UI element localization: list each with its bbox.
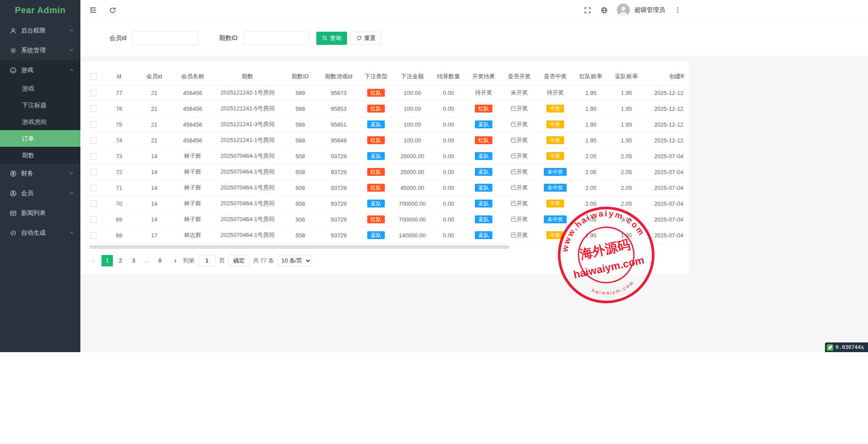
admin-app: Pear Admin 后台权限系统管理游戏游戏下注标题游戏房间订单期数财务会员新… — [0, 0, 868, 352]
avatar[interactable] — [617, 4, 630, 17]
goto-confirm-button[interactable]: 确定 — [228, 255, 250, 266]
row-checkbox[interactable] — [90, 121, 97, 128]
cell: 588 — [282, 132, 319, 148]
cell: 508 — [282, 148, 319, 164]
scrollbar-thumb[interactable] — [89, 245, 510, 249]
cell: 45000.00 — [394, 180, 431, 196]
cell: 14 — [137, 164, 172, 180]
cell: 蓝队 — [466, 116, 501, 132]
topbar: 超级管理员 — [80, 0, 868, 21]
language-globe-icon[interactable] — [600, 6, 608, 14]
reset-button[interactable]: 重置 — [351, 32, 381, 45]
cell: 2.05 — [608, 148, 644, 164]
row-checkbox[interactable] — [90, 216, 97, 223]
cell: 2.05 — [573, 148, 608, 164]
sidebar-subitem[interactable]: 期数 — [0, 147, 80, 164]
row-checkbox[interactable] — [90, 137, 97, 144]
sidebar-item-3[interactable]: 游戏 — [0, 60, 80, 80]
cell: 2025-07-04 21:09:17 — [644, 164, 684, 180]
sidebar-nav: 后台权限系统管理游戏游戏下注标题游戏房间订单期数财务会员新闻列表自动生成 — [0, 21, 80, 243]
sidebar-item-5[interactable]: 会员 — [0, 183, 80, 203]
page-button-2[interactable]: 2 — [115, 255, 126, 266]
row-checkbox[interactable] — [90, 153, 97, 160]
cell: 0.00 — [431, 148, 466, 164]
cell: 1.95 — [608, 85, 644, 101]
next-page-button[interactable]: › — [171, 257, 180, 265]
status-badge: 红队 — [367, 168, 385, 176]
goto-prefix-label: 到第 — [183, 257, 195, 265]
status-badge: 中奖 — [546, 231, 564, 239]
cell: 中奖 — [537, 227, 573, 243]
column-header: 下注类型 — [358, 68, 394, 85]
cell: 21 — [137, 101, 172, 116]
column-header: 创建时间 — [644, 68, 684, 85]
status-badge: 蓝队 — [475, 200, 492, 207]
status-badge: 中奖 — [546, 105, 564, 113]
row-checkbox[interactable] — [90, 106, 97, 112]
cell: 1.95 — [573, 227, 608, 243]
row-checkbox[interactable] — [90, 185, 97, 191]
cell: 93729 — [319, 148, 358, 164]
page-button-1[interactable]: 1 — [101, 255, 113, 266]
status-badge: 蓝队 — [475, 215, 492, 223]
status-badge: 蓝队 — [367, 120, 385, 128]
select-all-checkbox[interactable] — [90, 73, 97, 80]
cell: 未中奖 — [537, 180, 573, 196]
fullscreen-icon[interactable] — [583, 6, 591, 14]
cell: 14 — [137, 211, 172, 227]
more-menu-icon[interactable] — [674, 6, 682, 14]
sidebar: Pear Admin 后台权限系统管理游戏游戏下注标题游戏房间订单期数财务会员新… — [0, 0, 80, 352]
search-panel: 会员id 期数ID 查询 重置 — [80, 21, 868, 55]
cell: 95673 — [319, 85, 358, 101]
prev-page-button[interactable]: ‹ — [89, 257, 98, 265]
cell: 100.00 — [394, 85, 431, 101]
member-id-input[interactable] — [132, 31, 198, 45]
cell: 2025121241-3号房间 — [213, 116, 282, 132]
page-button-3[interactable]: 3 — [128, 255, 139, 266]
cell: 2.05 — [573, 180, 608, 196]
status-badge: 蓝队 — [475, 168, 492, 176]
refresh-icon[interactable] — [108, 6, 116, 14]
cell: 14 — [137, 180, 172, 196]
orders-table: id会员id会员名称期数期数ID期数游戏id下注类型下注金额结算数量开奖结果是否… — [85, 68, 684, 244]
leaf-icon — [827, 344, 833, 351]
page-button-8[interactable]: 8 — [154, 255, 166, 266]
query-button[interactable]: 查询 — [316, 32, 347, 45]
sidebar-item-1[interactable]: 后台权限 — [0, 21, 80, 40]
status-badge: 蓝队 — [367, 152, 385, 160]
sidebar-item-7[interactable]: 自动生成 — [0, 223, 80, 243]
row-checkbox[interactable] — [90, 200, 97, 207]
sidebar-item-4[interactable]: 财务 — [0, 164, 80, 183]
cell: 1.95 — [573, 101, 608, 116]
sidebar-subitem[interactable]: 游戏 — [0, 80, 80, 97]
cell: 588 — [282, 101, 319, 116]
cell: 蓝队 — [466, 211, 501, 227]
sidebar-item-6[interactable]: 新闻列表 — [0, 203, 80, 223]
cell: 21 — [137, 116, 172, 132]
cell: 1.95 — [608, 116, 644, 132]
row-checkbox[interactable] — [90, 232, 97, 239]
cell: 75 — [101, 116, 137, 132]
page-size-select[interactable]: 10 条/页 — [278, 255, 312, 266]
cell: 1.95 — [608, 227, 644, 243]
row-checkbox[interactable] — [90, 169, 97, 175]
username[interactable]: 超级管理员 — [634, 6, 665, 14]
sidebar-subitem[interactable]: 游戏房间 — [0, 113, 80, 130]
member-icon — [10, 190, 17, 197]
cell: 0.00 — [431, 196, 466, 211]
sidebar-subitem[interactable]: 下注标题 — [0, 97, 80, 113]
cell: 2.05 — [608, 180, 644, 196]
goto-page-input[interactable] — [198, 255, 216, 266]
period-id-input[interactable] — [243, 31, 309, 45]
spacer — [80, 55, 868, 62]
collapse-sidebar-icon[interactable] — [89, 6, 97, 14]
cell: 95653 — [319, 101, 358, 116]
sidebar-item-2[interactable]: 系统管理 — [0, 40, 80, 60]
table-header-row: id会员id会员名称期数期数ID期数游戏id下注类型下注金额结算数量开奖结果是否… — [85, 68, 684, 85]
row-checkbox[interactable] — [90, 90, 97, 96]
cell: 456456 — [172, 101, 213, 116]
cell: 93729 — [319, 227, 358, 243]
status-badge: 中奖 — [546, 200, 564, 207]
sidebar-subitem[interactable]: 订单 — [0, 130, 80, 147]
cell: 2025070464-1号房间 — [213, 227, 282, 243]
